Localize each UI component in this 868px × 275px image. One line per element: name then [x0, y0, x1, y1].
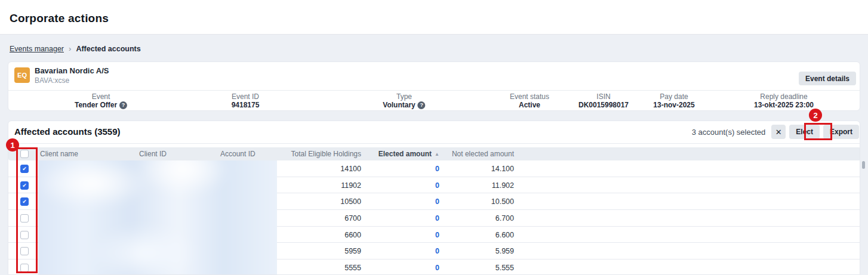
- event-field-label: Event status: [510, 93, 549, 101]
- column-header-elected-amount-label: Elected amount: [378, 150, 432, 158]
- cell-elected-amount-link[interactable]: 0: [435, 197, 439, 206]
- event-field-value: 9418175: [232, 101, 260, 110]
- event-details-button[interactable]: Event details: [799, 72, 856, 85]
- event-field: Event ID 9418175: [232, 93, 260, 110]
- cell-not-elected-amount: 6.700: [444, 210, 514, 227]
- page-title: Corporate actions: [10, 12, 109, 25]
- event-field-value: Tender Offer: [75, 101, 117, 110]
- cell-not-elected-amount: 11.902: [444, 177, 514, 194]
- sort-ascending-icon: ▲: [435, 152, 439, 157]
- cell-not-elected-amount: 6.600: [444, 227, 514, 243]
- cell-client-name: [40, 193, 136, 210]
- row-checkbox[interactable]: [20, 181, 29, 190]
- cell-client-id: [139, 193, 217, 210]
- row-checkbox[interactable]: [20, 231, 29, 239]
- cell-client-name: [40, 259, 136, 275]
- cell-client-id: [139, 177, 217, 194]
- column-header-client-name[interactable]: Client name: [40, 147, 136, 160]
- event-field: Pay date 13-nov-2025: [653, 93, 694, 110]
- column-header-total-eligible-holdings[interactable]: Total Eligible Holdings: [259, 147, 361, 160]
- cell-client-id: [139, 227, 217, 243]
- event-field-label: ISIN: [578, 93, 629, 101]
- close-icon: ✕: [775, 128, 782, 137]
- cell-total-eligible-holdings: 10500: [259, 193, 361, 210]
- help-icon[interactable]: ?: [119, 101, 127, 109]
- cell-client-name: [40, 210, 136, 227]
- cell-not-elected-amount: 14.100: [444, 160, 514, 177]
- row-checkbox[interactable]: [20, 197, 29, 206]
- table-body: 14100 0 14.100 11902 0 11.902 10500 0 10…: [8, 160, 860, 275]
- equity-badge-icon: EQ: [14, 67, 30, 83]
- corporate-actions-screen: Corporate actions Events manager › Affec…: [0, 0, 868, 275]
- cell-elected-amount-link[interactable]: 0: [435, 214, 439, 223]
- row-checkbox[interactable]: [20, 165, 29, 173]
- breadcrumb-current: Affected accounts: [76, 45, 140, 53]
- cell-elected-amount-link[interactable]: 0: [435, 231, 439, 239]
- column-header-client-id[interactable]: Client ID: [139, 147, 217, 160]
- event-field-label: Pay date: [653, 93, 694, 101]
- affected-accounts-panel: Affected accounts (3559) 3 account(s) se…: [8, 120, 860, 275]
- table-row: 5555 0 5.555: [8, 259, 860, 275]
- cell-total-eligible-holdings: 11902: [259, 177, 361, 194]
- company-name: Bavarian Nordic A/S: [35, 66, 109, 75]
- select-all-cell: [20, 147, 29, 160]
- cell-not-elected-amount: 5.555: [444, 259, 514, 275]
- event-field-value: 13-okt-2025 23:00: [754, 101, 814, 110]
- event-field: Event status Active: [510, 93, 549, 110]
- breadcrumb-link-events-manager[interactable]: Events manager: [10, 45, 64, 53]
- table-row: 5959 0 5.959: [8, 243, 860, 259]
- cell-total-eligible-holdings: 14100: [259, 160, 361, 177]
- table-header-row: Client name Client ID Account ID Total E…: [8, 147, 860, 160]
- app-bar: Corporate actions: [0, 0, 868, 35]
- cell-elected-amount-link[interactable]: 0: [435, 181, 439, 190]
- cell-client-id: [139, 160, 217, 177]
- cell-client-name: [40, 177, 136, 194]
- ticker-symbol: BAVA:xcse: [35, 76, 69, 85]
- column-header-elected-amount[interactable]: Elected amount ▲: [367, 147, 439, 160]
- event-field-label: Event ID: [232, 93, 260, 101]
- cell-total-eligible-holdings: 5959: [259, 243, 361, 259]
- cell-client-id: [139, 243, 217, 259]
- panel-title: Affected accounts (3559): [14, 126, 121, 137]
- cell-not-elected-amount: 10.500: [444, 193, 514, 210]
- card-divider: [8, 90, 860, 91]
- cell-elected-amount-link[interactable]: 0: [435, 247, 439, 255]
- breadcrumb-separator-icon: ›: [69, 44, 71, 53]
- row-checkbox[interactable]: [20, 264, 29, 272]
- event-field-value: DK0015998017: [578, 101, 629, 110]
- table-row: 10500 0 10.500: [8, 193, 860, 210]
- cell-client-id: [139, 259, 217, 275]
- event-summary-card: EQ Bavarian Nordic A/S BAVA:xcse Event d…: [8, 61, 860, 111]
- event-field: Event Tender Offer ?: [75, 93, 127, 110]
- column-header-not-elected-amount[interactable]: Not elected amount: [444, 147, 514, 160]
- help-icon[interactable]: ?: [418, 101, 426, 109]
- event-field-value: Voluntary: [383, 101, 415, 110]
- event-field-value: Active: [519, 101, 540, 110]
- cell-client-name: [40, 227, 136, 243]
- cell-total-eligible-holdings: 6700: [259, 210, 361, 227]
- table-row: 6600 0 6.600: [8, 227, 860, 243]
- cell-elected-amount-link[interactable]: 0: [435, 165, 439, 173]
- export-button[interactable]: Export: [823, 125, 859, 139]
- table-row: 11902 0 11.902: [8, 177, 860, 194]
- select-all-checkbox[interactable]: [20, 150, 29, 158]
- table-row: 6700 0 6.700: [8, 210, 860, 227]
- event-field: ISIN DK0015998017: [578, 93, 629, 110]
- event-field-value: 13-nov-2025: [653, 101, 694, 110]
- event-field-label: Type: [383, 93, 425, 101]
- breadcrumb: Events manager › Affected accounts: [10, 44, 141, 53]
- row-checkbox[interactable]: [20, 247, 29, 255]
- event-field-label: Reply deadline: [754, 93, 814, 101]
- clear-selection-button[interactable]: ✕: [771, 125, 786, 139]
- cell-elected-amount-link[interactable]: 0: [435, 264, 439, 272]
- event-field-label: Event: [75, 93, 127, 101]
- panel-toolbar: 3 account(s) selected ✕ Elect Export: [692, 125, 859, 139]
- event-field: Reply deadline 13-okt-2025 23:00: [754, 93, 814, 110]
- cell-client-name: [40, 243, 136, 259]
- toolbar-divider: [8, 143, 860, 144]
- cell-total-eligible-holdings: 6600: [259, 227, 361, 243]
- cell-total-eligible-holdings: 5555: [259, 259, 361, 275]
- vertical-scrollbar-thumb[interactable]: [862, 161, 865, 169]
- elect-button[interactable]: Elect: [789, 125, 820, 139]
- row-checkbox[interactable]: [20, 214, 29, 223]
